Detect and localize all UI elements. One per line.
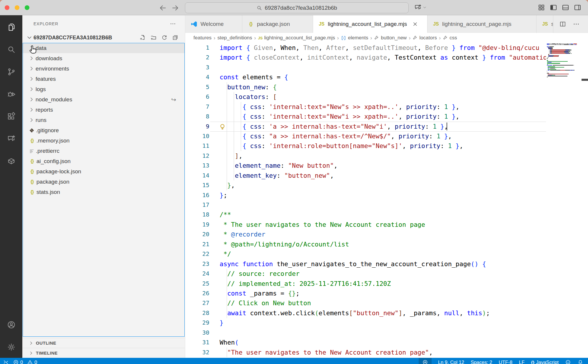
timeline-section-header[interactable]: TIMELINE	[22, 348, 185, 358]
tree-item-dot-memory.json[interactable]: {}.memory.json	[22, 135, 185, 146]
status-warnings[interactable]: 0	[27, 359, 37, 364]
code-line-7[interactable]: 7 { css: 'internal:text="New"s >> xpath=…	[185, 102, 588, 112]
code-line-19[interactable]: 19 * The user navigates to the New Accou…	[185, 220, 588, 229]
code-line-23[interactable]: 23async function the_user_navigates_to_t…	[185, 259, 588, 269]
tree-item-data[interactable]: data	[22, 43, 185, 53]
status-cursor-position[interactable]: Ln 9, Col 12	[438, 360, 464, 364]
chat-dropdown-button[interactable]	[414, 4, 427, 11]
tree-item-features[interactable]: features	[22, 74, 185, 84]
code-line-5[interactable]: 5 button_new: {	[185, 82, 588, 92]
status-indentation[interactable]: Spaces: 2	[471, 360, 492, 364]
activity-containers[interactable]	[0, 150, 22, 172]
new-folder-icon[interactable]	[150, 34, 157, 41]
tree-root-folder[interactable]: 69287DA8CC7FEA3A10812B6B	[22, 32, 185, 43]
code-line-1[interactable]: 1import { Given, When, Then, After, setD…	[185, 43, 588, 53]
breadcrumb-item-step-definitions[interactable]: step_definitions	[217, 35, 252, 41]
code-line-9[interactable]: 9 { css: 'a >> internal:has-text="New"i'…	[185, 122, 588, 131]
tree-item-reports[interactable]: reports	[22, 105, 185, 115]
code-line-30[interactable]: 30	[185, 328, 588, 338]
code-line-21[interactable]: 21 * @path=/lightning/o/Account/list	[185, 239, 588, 249]
status-eol[interactable]: LF	[519, 360, 524, 364]
breadcrumb-item-locators[interactable]: locators	[412, 35, 437, 41]
code-line-27[interactable]: 27 // Click on New button	[185, 298, 588, 308]
code-line-10[interactable]: 10 { css: "a >> internal:has-text=/^New$…	[185, 131, 588, 141]
tree-item-dot-gitignore[interactable]: .gitignore	[22, 125, 185, 135]
code-line-29[interactable]: 29}	[185, 318, 588, 328]
tab-se[interactable]: JSse	[537, 15, 553, 33]
tab-package-json[interactable]: {}package.json	[242, 15, 313, 33]
tree-item-environments[interactable]: environments	[22, 63, 185, 74]
breadcrumb-item-button-new[interactable]: button_new	[374, 35, 407, 41]
activity-source-control[interactable]	[0, 61, 22, 83]
breadcrumb-item-lightning-account-list-page-mjs[interactable]: JSlightning_account_list_page.mjs	[258, 35, 335, 41]
tree-item-runs[interactable]: runs	[22, 115, 185, 125]
breadcrumb-item-elements[interactable]: elements	[341, 35, 368, 41]
code-line-20[interactable]: 20 * @recorder	[185, 229, 588, 239]
activity-chat[interactable]	[0, 128, 22, 150]
code-line-4[interactable]: 4const elements = {	[185, 72, 588, 82]
code-line-16[interactable]: 16};	[185, 190, 588, 200]
status-notifications[interactable]	[577, 359, 583, 364]
toggle-primary-sidebar-icon[interactable]	[549, 4, 557, 11]
tree-item-node_modules[interactable]: node_modules↪	[22, 94, 185, 105]
tree-item-package.json[interactable]: {}package.json	[22, 177, 185, 187]
collapse-folders-icon[interactable]	[172, 34, 178, 41]
activity-run-and-debug[interactable]	[0, 83, 22, 105]
code-line-3[interactable]: 3	[185, 63, 588, 72]
tree-item-stats.json[interactable]: {}stats.json	[22, 187, 185, 197]
code-line-8[interactable]: 8 { css: 'internal:text="New"i >> xpath=…	[185, 112, 588, 121]
tree-item-ai_config.json[interactable]: {}ai_config.json	[22, 156, 185, 166]
command-center-search[interactable]: 69287da8cc7fea3a10812b6b	[185, 2, 409, 13]
code-line-14[interactable]: 14 element_key: "button_new",	[185, 171, 588, 180]
activity-accounts[interactable]	[0, 313, 22, 336]
code-line-6[interactable]: 6 locators: [	[185, 92, 588, 102]
breadcrumb-item-css[interactable]: css	[443, 35, 457, 41]
close-window-button[interactable]	[5, 5, 9, 10]
code-line-22[interactable]: 22 */	[185, 249, 588, 259]
minimap[interactable]	[546, 43, 588, 364]
more-actions-icon[interactable]	[170, 21, 176, 27]
code-line-24[interactable]: 24 // source: recorder	[185, 269, 588, 279]
code-line-32[interactable]: 32 "The user navigates to the New Accoun…	[185, 348, 588, 357]
status-screencast[interactable]	[419, 358, 432, 364]
code-line-12[interactable]: 12 ],	[185, 151, 588, 161]
code-line-15[interactable]: 15 },	[185, 180, 588, 190]
activity-extensions[interactable]	[0, 105, 22, 128]
lightbulb-icon[interactable]	[218, 123, 226, 131]
close-icon[interactable]	[412, 21, 418, 27]
toggle-secondary-sidebar-icon[interactable]	[574, 4, 582, 11]
tab-welcome[interactable]: Welcome	[185, 15, 242, 33]
code-line-26[interactable]: 26 const _params = {};	[185, 288, 588, 298]
outline-section-header[interactable]: OUTLINE	[22, 338, 185, 348]
forward-arrow-icon[interactable]	[171, 4, 180, 12]
breadcrumb-item-features[interactable]: features	[193, 35, 211, 41]
tab-lightning-account-list-page-mjs[interactable]: JSlightning_account_list_page.mjs	[313, 15, 427, 33]
status-language-mode[interactable]: {}JavaScript	[531, 360, 559, 364]
status-errors[interactable]: 0	[13, 359, 23, 364]
code-line-25[interactable]: 25 // implemented_at: 2025-11-27T16:41:5…	[185, 279, 588, 288]
status-remote-indicator[interactable]	[3, 359, 9, 364]
more-actions-icon[interactable]	[573, 21, 580, 28]
code-line-2[interactable]: 2import { closeContext, initContext, nav…	[185, 53, 588, 62]
tree-item-package-lock.json[interactable]: {}package-lock.json	[22, 166, 185, 177]
split-editor-icon[interactable]	[559, 21, 566, 28]
customize-layout-icon[interactable]	[537, 4, 545, 11]
zoom-window-button[interactable]	[25, 5, 29, 10]
refresh-explorer-icon[interactable]	[161, 34, 168, 41]
status-feedback[interactable]	[565, 359, 571, 364]
code-line-28[interactable]: 28 await context.web.click(elements["but…	[185, 308, 588, 318]
minimize-window-button[interactable]	[15, 5, 19, 10]
code-line-11[interactable]: 11 { css: 'internal:role=button[name="Ne…	[185, 141, 588, 151]
code-line-31[interactable]: 31When(	[185, 338, 588, 347]
tree-item-logs[interactable]: logs	[22, 84, 185, 94]
code-line-18[interactable]: 18/**	[185, 210, 588, 219]
tab-lightning-account-page-mjs[interactable]: JSlightning_account_page.mjs	[427, 15, 537, 33]
code-line-17[interactable]: 17	[185, 200, 588, 210]
code-line-13[interactable]: 13 element_name: "New button",	[185, 161, 588, 170]
back-arrow-icon[interactable]	[158, 4, 167, 12]
status-encoding[interactable]: UTF-8	[499, 360, 512, 364]
new-file-icon[interactable]	[139, 34, 146, 41]
activity-explorer[interactable]	[0, 16, 22, 38]
code-editor[interactable]: 1import { Given, When, Then, After, setD…	[185, 43, 588, 364]
activity-search[interactable]	[0, 38, 22, 61]
